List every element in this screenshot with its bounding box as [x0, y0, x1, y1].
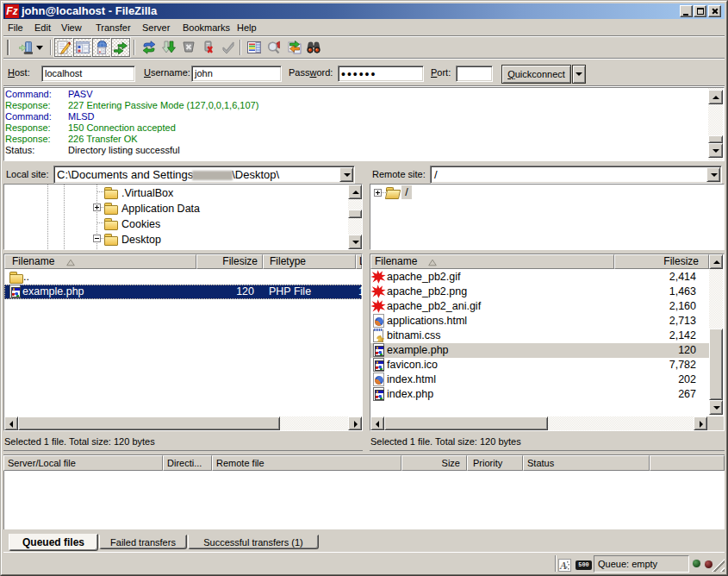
svg-text:A: A	[559, 560, 567, 571]
